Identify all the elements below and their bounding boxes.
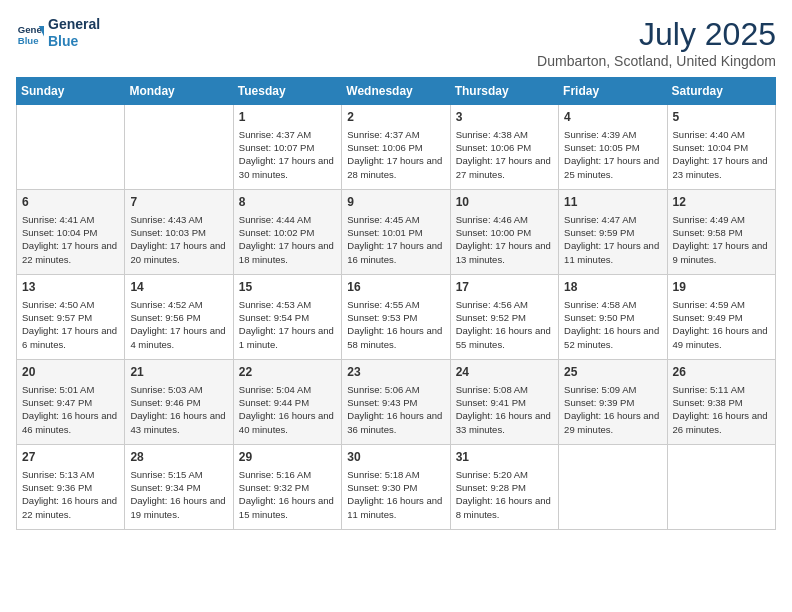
day-number: 14	[130, 279, 227, 296]
day-number: 26	[673, 364, 770, 381]
weekday-header-tuesday: Tuesday	[233, 78, 341, 105]
day-info: Sunrise: 4:50 AM Sunset: 9:57 PM Dayligh…	[22, 298, 119, 351]
calendar-cell: 9Sunrise: 4:45 AM Sunset: 10:01 PM Dayli…	[342, 190, 450, 275]
day-number: 10	[456, 194, 553, 211]
calendar-cell: 17Sunrise: 4:56 AM Sunset: 9:52 PM Dayli…	[450, 275, 558, 360]
day-number: 6	[22, 194, 119, 211]
weekday-header-saturday: Saturday	[667, 78, 775, 105]
calendar-cell: 5Sunrise: 4:40 AM Sunset: 10:04 PM Dayli…	[667, 105, 775, 190]
calendar-cell: 18Sunrise: 4:58 AM Sunset: 9:50 PM Dayli…	[559, 275, 667, 360]
day-info: Sunrise: 4:49 AM Sunset: 9:58 PM Dayligh…	[673, 213, 770, 266]
svg-text:Blue: Blue	[18, 34, 39, 45]
calendar-cell: 20Sunrise: 5:01 AM Sunset: 9:47 PM Dayli…	[17, 360, 125, 445]
calendar-cell: 3Sunrise: 4:38 AM Sunset: 10:06 PM Dayli…	[450, 105, 558, 190]
day-number: 20	[22, 364, 119, 381]
day-number: 24	[456, 364, 553, 381]
calendar-cell: 8Sunrise: 4:44 AM Sunset: 10:02 PM Dayli…	[233, 190, 341, 275]
calendar-cell	[17, 105, 125, 190]
day-info: Sunrise: 4:37 AM Sunset: 10:06 PM Daylig…	[347, 128, 444, 181]
day-info: Sunrise: 4:44 AM Sunset: 10:02 PM Daylig…	[239, 213, 336, 266]
page-header: General Blue General Blue July 2025 Dumb…	[16, 16, 776, 69]
day-info: Sunrise: 4:52 AM Sunset: 9:56 PM Dayligh…	[130, 298, 227, 351]
calendar-cell: 24Sunrise: 5:08 AM Sunset: 9:41 PM Dayli…	[450, 360, 558, 445]
logo-icon: General Blue	[16, 19, 44, 47]
calendar-cell: 12Sunrise: 4:49 AM Sunset: 9:58 PM Dayli…	[667, 190, 775, 275]
calendar-cell: 26Sunrise: 5:11 AM Sunset: 9:38 PM Dayli…	[667, 360, 775, 445]
location-subtitle: Dumbarton, Scotland, United Kingdom	[537, 53, 776, 69]
logo-general: General	[48, 16, 100, 33]
day-number: 21	[130, 364, 227, 381]
day-info: Sunrise: 4:45 AM Sunset: 10:01 PM Daylig…	[347, 213, 444, 266]
day-info: Sunrise: 5:13 AM Sunset: 9:36 PM Dayligh…	[22, 468, 119, 521]
day-number: 27	[22, 449, 119, 466]
day-info: Sunrise: 4:59 AM Sunset: 9:49 PM Dayligh…	[673, 298, 770, 351]
calendar-table: SundayMondayTuesdayWednesdayThursdayFrid…	[16, 77, 776, 530]
calendar-cell: 10Sunrise: 4:46 AM Sunset: 10:00 PM Dayl…	[450, 190, 558, 275]
calendar-cell: 25Sunrise: 5:09 AM Sunset: 9:39 PM Dayli…	[559, 360, 667, 445]
calendar-cell: 16Sunrise: 4:55 AM Sunset: 9:53 PM Dayli…	[342, 275, 450, 360]
day-number: 13	[22, 279, 119, 296]
logo: General Blue General Blue	[16, 16, 100, 50]
day-number: 18	[564, 279, 661, 296]
day-info: Sunrise: 5:20 AM Sunset: 9:28 PM Dayligh…	[456, 468, 553, 521]
weekday-header-thursday: Thursday	[450, 78, 558, 105]
day-number: 25	[564, 364, 661, 381]
calendar-week-row: 20Sunrise: 5:01 AM Sunset: 9:47 PM Dayli…	[17, 360, 776, 445]
calendar-cell: 14Sunrise: 4:52 AM Sunset: 9:56 PM Dayli…	[125, 275, 233, 360]
calendar-cell: 27Sunrise: 5:13 AM Sunset: 9:36 PM Dayli…	[17, 445, 125, 530]
day-number: 17	[456, 279, 553, 296]
calendar-cell: 7Sunrise: 4:43 AM Sunset: 10:03 PM Dayli…	[125, 190, 233, 275]
calendar-week-row: 13Sunrise: 4:50 AM Sunset: 9:57 PM Dayli…	[17, 275, 776, 360]
calendar-cell: 23Sunrise: 5:06 AM Sunset: 9:43 PM Dayli…	[342, 360, 450, 445]
calendar-cell: 4Sunrise: 4:39 AM Sunset: 10:05 PM Dayli…	[559, 105, 667, 190]
day-number: 4	[564, 109, 661, 126]
day-info: Sunrise: 5:18 AM Sunset: 9:30 PM Dayligh…	[347, 468, 444, 521]
day-info: Sunrise: 4:41 AM Sunset: 10:04 PM Daylig…	[22, 213, 119, 266]
calendar-body: 1Sunrise: 4:37 AM Sunset: 10:07 PM Dayli…	[17, 105, 776, 530]
calendar-cell: 15Sunrise: 4:53 AM Sunset: 9:54 PM Dayli…	[233, 275, 341, 360]
title-block: July 2025 Dumbarton, Scotland, United Ki…	[537, 16, 776, 69]
day-info: Sunrise: 5:11 AM Sunset: 9:38 PM Dayligh…	[673, 383, 770, 436]
day-info: Sunrise: 5:15 AM Sunset: 9:34 PM Dayligh…	[130, 468, 227, 521]
day-number: 2	[347, 109, 444, 126]
day-number: 31	[456, 449, 553, 466]
day-info: Sunrise: 5:06 AM Sunset: 9:43 PM Dayligh…	[347, 383, 444, 436]
calendar-cell: 28Sunrise: 5:15 AM Sunset: 9:34 PM Dayli…	[125, 445, 233, 530]
day-number: 22	[239, 364, 336, 381]
day-info: Sunrise: 4:43 AM Sunset: 10:03 PM Daylig…	[130, 213, 227, 266]
logo-blue: Blue	[48, 33, 100, 50]
day-number: 16	[347, 279, 444, 296]
day-info: Sunrise: 4:58 AM Sunset: 9:50 PM Dayligh…	[564, 298, 661, 351]
calendar-cell	[559, 445, 667, 530]
month-title: July 2025	[537, 16, 776, 53]
day-number: 28	[130, 449, 227, 466]
svg-text:General: General	[18, 24, 44, 35]
weekday-header-sunday: Sunday	[17, 78, 125, 105]
weekday-header-monday: Monday	[125, 78, 233, 105]
calendar-cell: 22Sunrise: 5:04 AM Sunset: 9:44 PM Dayli…	[233, 360, 341, 445]
calendar-cell: 11Sunrise: 4:47 AM Sunset: 9:59 PM Dayli…	[559, 190, 667, 275]
calendar-cell: 2Sunrise: 4:37 AM Sunset: 10:06 PM Dayli…	[342, 105, 450, 190]
calendar-cell	[667, 445, 775, 530]
day-number: 7	[130, 194, 227, 211]
day-number: 3	[456, 109, 553, 126]
calendar-cell: 6Sunrise: 4:41 AM Sunset: 10:04 PM Dayli…	[17, 190, 125, 275]
day-info: Sunrise: 5:16 AM Sunset: 9:32 PM Dayligh…	[239, 468, 336, 521]
day-number: 5	[673, 109, 770, 126]
day-info: Sunrise: 5:01 AM Sunset: 9:47 PM Dayligh…	[22, 383, 119, 436]
day-info: Sunrise: 4:37 AM Sunset: 10:07 PM Daylig…	[239, 128, 336, 181]
calendar-week-row: 27Sunrise: 5:13 AM Sunset: 9:36 PM Dayli…	[17, 445, 776, 530]
day-info: Sunrise: 5:09 AM Sunset: 9:39 PM Dayligh…	[564, 383, 661, 436]
weekday-header-wednesday: Wednesday	[342, 78, 450, 105]
day-number: 12	[673, 194, 770, 211]
day-info: Sunrise: 4:39 AM Sunset: 10:05 PM Daylig…	[564, 128, 661, 181]
day-info: Sunrise: 4:53 AM Sunset: 9:54 PM Dayligh…	[239, 298, 336, 351]
calendar-cell	[125, 105, 233, 190]
day-number: 30	[347, 449, 444, 466]
calendar-header-row: SundayMondayTuesdayWednesdayThursdayFrid…	[17, 78, 776, 105]
day-info: Sunrise: 4:46 AM Sunset: 10:00 PM Daylig…	[456, 213, 553, 266]
calendar-week-row: 1Sunrise: 4:37 AM Sunset: 10:07 PM Dayli…	[17, 105, 776, 190]
day-info: Sunrise: 5:08 AM Sunset: 9:41 PM Dayligh…	[456, 383, 553, 436]
day-info: Sunrise: 4:55 AM Sunset: 9:53 PM Dayligh…	[347, 298, 444, 351]
calendar-cell: 19Sunrise: 4:59 AM Sunset: 9:49 PM Dayli…	[667, 275, 775, 360]
